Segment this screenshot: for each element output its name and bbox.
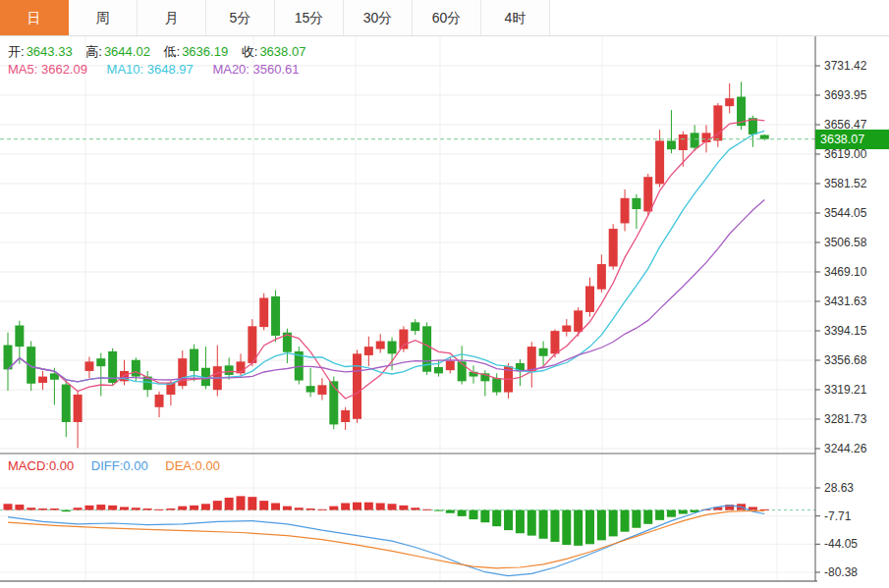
svg-text:3731.42: 3731.42 [824,59,867,73]
tab-month[interactable]: 月 [138,0,206,35]
tab-day[interactable]: 日 [0,0,69,35]
timeframe-tabbar: 日 周 月 5分 15分 30分 60分 4时 [0,0,889,36]
kline-app: 日 周 月 5分 15分 30分 60分 4时 3731.423693.9536… [0,0,889,588]
tab-15min[interactable]: 15分 [275,0,344,35]
ma10-value: MA10: 3648.97 [107,62,194,77]
macd-legend: MACD:0.00 DIFF:0.00 DEA:0.00 [8,458,234,473]
svg-text:3319.21: 3319.21 [824,383,867,397]
svg-text:3693.95: 3693.95 [824,88,867,102]
svg-text:3544.05: 3544.05 [824,206,867,220]
open-label: 开: [8,44,25,59]
svg-text:3431.63: 3431.63 [824,294,867,308]
close-label: 收: [242,44,258,59]
tab-30min[interactable]: 30分 [344,0,413,35]
svg-text:3506.58: 3506.58 [824,236,867,249]
svg-text:3356.68: 3356.68 [824,353,867,367]
svg-text:28.63: 28.63 [824,481,854,495]
tab-60min[interactable]: 60分 [413,0,481,35]
dea-value: DEA:0.00 [165,458,220,473]
svg-text:3619.00: 3619.00 [824,147,867,161]
low-label: 低: [164,44,181,59]
svg-text:-80.38: -80.38 [824,565,858,579]
close-value: 3638.07 [259,44,306,59]
svg-text:-7.71: -7.71 [824,509,852,523]
svg-text:3394.15: 3394.15 [824,324,867,338]
low-value: 3636.19 [182,44,228,59]
tab-4hour[interactable]: 4时 [481,0,550,35]
svg-text:3581.52: 3581.52 [824,177,867,190]
high-label: 高: [85,44,102,59]
ma-legend: MA5: 3662.09 MA10: 3648.97 MA20: 3560.61 [8,62,315,77]
tab-5min[interactable]: 5分 [206,0,275,35]
last-price-tag: 3638.07 [815,130,889,149]
kline-chart[interactable]: 3731.423693.953656.473619.003581.523544.… [0,0,889,588]
svg-text:3281.73: 3281.73 [824,412,867,426]
tab-week[interactable]: 周 [69,0,138,35]
macd-value: MACD:0.00 [8,458,74,473]
open-value: 3643.33 [27,44,73,59]
svg-text:3469.10: 3469.10 [824,265,867,279]
ma20-value: MA20: 3560.61 [212,62,299,77]
ma5-value: MA5: 3662.09 [8,62,87,77]
diff-value: DIFF:0.00 [91,458,148,473]
ohlc-legend: 开:3643.33 高:3644.02 低:3636.19 收:3638.07 [8,43,306,61]
svg-text:-44.05: -44.05 [824,537,858,551]
svg-text:3244.26: 3244.26 [824,442,867,455]
high-value: 3644.02 [104,44,150,59]
